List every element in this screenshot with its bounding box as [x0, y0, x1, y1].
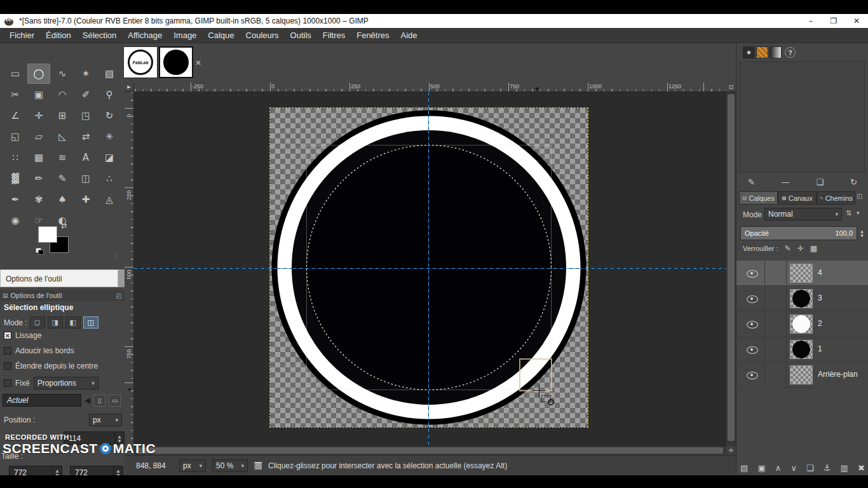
layer-thumbnail[interactable] [790, 315, 813, 334]
new-layer-icon[interactable]: ▤ [740, 463, 748, 473]
opacity-stepper[interactable]: ▲ ▼ [858, 226, 865, 240]
tool-gradient[interactable]: ▓ [4, 168, 27, 189]
menu-item-5-calque[interactable]: Calque [202, 29, 240, 42]
tool-paths[interactable]: ◠ [51, 85, 74, 105]
mode-replace-button[interactable]: ◻ [30, 316, 45, 329]
delete-layer-icon[interactable]: ✖ [858, 463, 865, 473]
spin-down-icon[interactable]: ▼ [860, 233, 864, 238]
layer-row[interactable]: 3 [736, 286, 868, 311]
tool-airbrush[interactable]: ∴ [98, 168, 121, 189]
foreground-color-swatch[interactable] [38, 226, 57, 243]
layer-thumbnail[interactable] [790, 340, 813, 359]
lower-layer-icon[interactable]: ∨ [790, 463, 797, 473]
tab-chemins[interactable]: ∿ Chemins [817, 191, 855, 205]
layer-row[interactable]: Arrière-plan [736, 362, 868, 388]
tool-alignment[interactable]: ⊞ [51, 105, 74, 126]
tool-free-select[interactable]: ∿ [51, 64, 74, 84]
position-unit-select[interactable]: px ▾ [89, 414, 122, 426]
patterns-dialog-tab[interactable] [756, 46, 768, 58]
menu-item-10-aide[interactable]: Aide [395, 29, 423, 42]
tool-paintbrush[interactable]: ✎ [51, 168, 74, 189]
tool-color-picker[interactable]: ✐ [74, 85, 97, 105]
horizontal-guide[interactable] [134, 268, 726, 269]
menu-item-1-édition[interactable]: Édition [40, 29, 77, 42]
layer-row[interactable]: 2 [736, 311, 868, 337]
tool-ellipse-select[interactable]: ◯ [27, 64, 50, 84]
horizontal-ruler[interactable]: -250 0 250 500 750 1000 1250 ▼ [134, 83, 726, 92]
tool-warp-transform[interactable]: ≋ [51, 147, 74, 168]
lock-alpha-icon[interactable]: ▦ [810, 244, 817, 253]
tool-unified-transform[interactable]: ✳ [98, 126, 121, 147]
menu-item-2-sélection[interactable]: Sélection [77, 29, 122, 42]
tool-pencil[interactable]: ✏ [27, 168, 50, 189]
layer-row[interactable]: 1 [736, 337, 868, 362]
vertical-ruler[interactable]: 0 250 500 750 ► [125, 92, 134, 446]
visibility-eye-icon[interactable] [747, 346, 758, 354]
canvas-viewport[interactable] [134, 92, 726, 446]
tool-measure[interactable]: ∠ [4, 105, 27, 126]
vertical-scrollbar[interactable] [726, 92, 736, 446]
visibility-eye-icon[interactable] [747, 321, 758, 329]
dock-resize-handle[interactable]: ⁞ [116, 253, 118, 260]
tool-select-by-color[interactable]: ▧ [98, 64, 121, 84]
tool-heal[interactable]: ✚ [74, 189, 97, 210]
layer-row[interactable]: 4 [736, 261, 868, 286]
menu-item-3-affichage[interactable]: Affichage [122, 29, 168, 42]
landscape-icon[interactable]: ▭ [109, 395, 121, 407]
tool-flip[interactable]: ⇄ [74, 126, 97, 147]
menu-item-7-outils[interactable]: Outils [285, 29, 317, 42]
opacity-slider[interactable]: Opacité 100,0 [740, 226, 857, 240]
merge-layer-icon[interactable]: ▥ [841, 463, 848, 473]
minimize-icon[interactable]: – [799, 14, 822, 28]
tool-shear[interactable]: ▱ [27, 126, 50, 147]
spin-up-icon[interactable]: ▲ [860, 229, 864, 233]
aspect-ratio-input[interactable]: Actuel [3, 394, 81, 407]
layer-mode-select[interactable]: Normal ▾ [764, 208, 842, 220]
tool-text[interactable]: A [74, 147, 97, 168]
unit-select[interactable]: px ▾ [179, 459, 206, 472]
brushes-dialog-tab[interactable]: ★ [743, 46, 755, 58]
tool-blur-sharpen[interactable]: ◉ [4, 210, 27, 231]
tool-crop[interactable]: ◳ [74, 105, 97, 126]
brush-new-icon[interactable]: — [782, 177, 790, 187]
tool-foreground-select[interactable]: ▣ [27, 85, 50, 105]
horizontal-scrollbar-thumb[interactable] [136, 447, 723, 454]
tool-eraser[interactable]: ◫ [74, 168, 97, 189]
lock-pixels-icon[interactable]: ✎ [785, 244, 791, 253]
chevron-down-icon[interactable]: ▾ [857, 210, 860, 216]
duplicate-layer-icon[interactable]: ❏ [806, 463, 814, 473]
tool-options-dock-tab[interactable]: ▤ Options de l'outil ◰ [0, 290, 125, 301]
mode-switch-icon[interactable]: ⇅ [846, 209, 851, 217]
menu-item-4-image[interactable]: Image [168, 29, 202, 42]
zoom-select[interactable]: 50 % ▾ [212, 459, 248, 472]
brush-duplicate-icon[interactable]: ❏ [817, 177, 824, 187]
tool-zoom[interactable]: ⚲ [98, 85, 121, 105]
spin-up-icon[interactable]: ▲ [117, 468, 120, 473]
visibility-eye-icon[interactable] [747, 295, 758, 303]
vertical-guide[interactable] [428, 92, 429, 446]
tool-move[interactable]: ✛ [27, 105, 50, 126]
dock-corner-icon[interactable]: ◰ [116, 292, 122, 299]
brushes-refresh-icon[interactable]: ↻ [850, 177, 857, 187]
mode-intersect-button[interactable]: ◫ [83, 316, 98, 329]
spin-up-icon[interactable]: ▲ [56, 468, 59, 473]
expand-center-checkbox[interactable] [4, 362, 11, 370]
tool-scissors-select[interactable]: ✂ [4, 85, 27, 105]
default-colors-icon[interactable] [36, 248, 43, 254]
tool-options-float-grip[interactable] [118, 269, 125, 287]
tool-mypaint-brush[interactable]: ✾ [27, 189, 50, 210]
restore-icon[interactable]: ❐ [822, 14, 845, 28]
gradients-dialog-tab[interactable] [770, 46, 782, 58]
image-tab-current[interactable] [159, 46, 193, 78]
image-tab-fablab[interactable]: FabLab [123, 46, 158, 78]
fixed-checkbox[interactable] [4, 379, 11, 387]
raise-layer-icon[interactable]: ∧ [775, 463, 782, 473]
menu-item-0-fichier[interactable]: Fichier [4, 29, 40, 42]
help-icon[interactable]: ? [785, 47, 796, 58]
canvas-menu-button[interactable]: ⊡ [726, 83, 736, 92]
tool-ink[interactable]: ✒ [4, 189, 27, 210]
portrait-icon[interactable]: ▯ [93, 395, 105, 407]
tool-perspective[interactable]: ◺ [51, 126, 74, 147]
swap-colors-icon[interactable]: ⇄ [61, 222, 67, 230]
mode-add-button[interactable]: ◨ [48, 316, 63, 329]
